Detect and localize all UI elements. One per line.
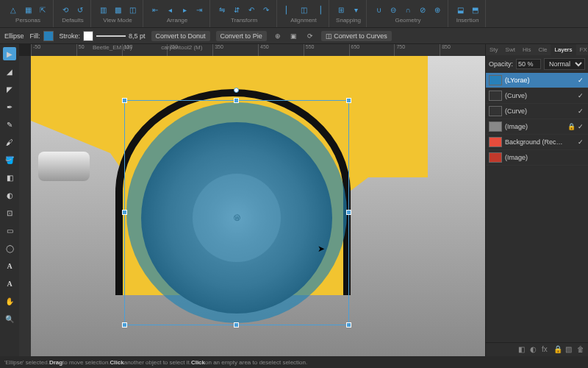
- adjustment-icon[interactable]: ◐: [530, 345, 539, 354]
- stroke-swatch[interactable]: [83, 31, 93, 41]
- document-tab[interactable]: carpentool2 (M): [161, 44, 202, 51]
- sync-defaults-icon[interactable]: ⟲: [60, 4, 71, 15]
- resize-handle-br[interactable]: [346, 322, 351, 328]
- rotate-cw-icon[interactable]: ↷: [260, 4, 272, 15]
- gradient-tool[interactable]: ◧: [3, 171, 16, 184]
- stroke-width-value[interactable]: 8,5 pt: [129, 32, 146, 40]
- flip-v-icon[interactable]: ⇵: [231, 4, 243, 15]
- resize-handle-tc[interactable]: [234, 98, 239, 103]
- layer-row[interactable]: Background (Rectangle)✓: [486, 135, 588, 150]
- outline-view-icon[interactable]: ◫: [126, 4, 138, 15]
- transparency-tool[interactable]: ◐: [3, 188, 16, 202]
- pan-tool[interactable]: ✋: [3, 294, 16, 308]
- panel-tab-cle[interactable]: Cle: [534, 44, 551, 55]
- crop-tool[interactable]: ⊡: [3, 206, 16, 219]
- align-right-icon[interactable]: ▕: [312, 4, 324, 15]
- forward-one-icon[interactable]: ▸: [179, 4, 190, 15]
- align-left-icon[interactable]: ▏: [283, 4, 295, 15]
- align-center-icon[interactable]: ⊕: [273, 31, 283, 41]
- layer-visibility-toggle[interactable]: ✓: [578, 138, 585, 146]
- main-toolbar: △▦⇱Personas⟲↺Defaults▥▩◫View Mode⇤◂▸⇥Arr…: [0, 0, 588, 28]
- combine-icon[interactable]: ⊕: [431, 4, 443, 15]
- blend-mode-select[interactable]: Normal: [544, 58, 585, 70]
- toolbar-group-defaults: ⟲↺Defaults: [55, 0, 91, 27]
- flip-h-icon[interactable]: ⇋: [216, 4, 228, 15]
- reset-box-icon[interactable]: ▣: [289, 31, 299, 41]
- resize-handle-bc[interactable]: [234, 322, 239, 328]
- convert-curves-button[interactable]: ◫ Convert to Curves: [321, 31, 392, 41]
- insert-inside-icon[interactable]: ⬓: [454, 4, 466, 15]
- back-one-icon[interactable]: ◂: [164, 4, 176, 15]
- layer-lock-icon[interactable]: 🔒: [567, 123, 575, 130]
- fx-icon[interactable]: fx: [542, 345, 551, 354]
- document-tab[interactable]: Beetle_EM (M): [93, 44, 132, 51]
- selection-bounds[interactable]: [124, 100, 349, 325]
- stroke-preview[interactable]: [96, 35, 126, 37]
- panel-tab-fx[interactable]: FX: [576, 44, 589, 55]
- corner-tool[interactable]: ◤: [3, 82, 16, 96]
- panel-tab-his[interactable]: His: [519, 44, 535, 55]
- subtract-icon[interactable]: ⊖: [387, 4, 399, 15]
- resize-handle-tr[interactable]: [346, 98, 351, 103]
- shape-label: Ellipse: [4, 32, 24, 40]
- panel-tab-sty[interactable]: Sty: [486, 44, 502, 55]
- layer-row[interactable]: (LYorae)✓: [486, 73, 588, 88]
- rotation-handle[interactable]: [234, 88, 239, 93]
- add-layer-icon[interactable]: ▧: [565, 345, 574, 354]
- zoom-tool[interactable]: 🔍: [3, 312, 16, 325]
- pen-tool[interactable]: ✒: [3, 100, 16, 113]
- resize-handle-mr[interactable]: [346, 210, 351, 215]
- canvas[interactable]: Ⓦ ➤: [31, 56, 485, 356]
- canvas-area[interactable]: Beetle_EM (M) carpentool2 (M) -505015025…: [19, 44, 485, 356]
- align-center-icon[interactable]: ◫: [298, 4, 309, 15]
- artistic-text-tool[interactable]: A: [3, 277, 16, 290]
- add-icon[interactable]: ∪: [373, 4, 384, 15]
- opacity-input[interactable]: [516, 59, 541, 69]
- convert-pie-button[interactable]: Convert to Pie: [216, 31, 267, 41]
- pencil-tool[interactable]: ✎: [3, 118, 16, 131]
- shapes-tool[interactable]: ▭: [3, 224, 16, 237]
- divide-icon[interactable]: ⊘: [417, 4, 429, 15]
- lock-icon[interactable]: 🔒: [553, 345, 562, 354]
- vector-persona-icon[interactable]: △: [7, 4, 19, 15]
- layer-row[interactable]: (Image)🔒✓: [486, 119, 588, 135]
- resize-handle-tl[interactable]: [122, 98, 127, 103]
- move-front-icon[interactable]: ⇥: [193, 4, 205, 15]
- layer-visibility-toggle[interactable]: ✓: [578, 77, 585, 84]
- insert-behind-icon[interactable]: ⬒: [469, 4, 481, 15]
- layer-row[interactable]: (Curve)✓: [486, 104, 588, 119]
- move-tool[interactable]: ▶: [3, 47, 16, 60]
- resize-handle-bl[interactable]: [122, 322, 127, 328]
- fill-swatch[interactable]: [43, 31, 54, 41]
- panel-tab-swt[interactable]: Swt: [502, 44, 519, 55]
- fill-control[interactable]: Fill:: [30, 31, 54, 41]
- toolbar-group-geometry: ∪⊖∩⊘⊕Geometry: [368, 0, 448, 27]
- export-persona-icon[interactable]: ⇱: [37, 4, 49, 15]
- convert-donut-button[interactable]: Convert to Donut: [151, 31, 210, 41]
- layer-row[interactable]: (Image): [486, 150, 588, 166]
- resize-handle-ml[interactable]: [122, 210, 127, 215]
- text-tool[interactable]: A: [3, 259, 16, 272]
- delete-layer-icon[interactable]: 🗑: [577, 345, 586, 354]
- layer-visibility-toggle[interactable]: ✓: [578, 107, 585, 115]
- revert-defaults-icon[interactable]: ↺: [74, 4, 86, 15]
- fill-tool[interactable]: 🪣: [3, 153, 16, 166]
- intersect-icon[interactable]: ∩: [402, 4, 414, 15]
- stroke-control[interactable]: Stroke: 8,5 pt: [60, 31, 146, 41]
- retina-view-icon[interactable]: ▩: [112, 4, 123, 15]
- rotate-ccw-icon[interactable]: ↶: [245, 4, 257, 15]
- panel-tab-layers[interactable]: Layers: [551, 44, 576, 55]
- layer-row[interactable]: (Curve)✓: [486, 88, 588, 104]
- layer-visibility-toggle[interactable]: ✓: [578, 92, 585, 99]
- pixel-persona-icon[interactable]: ▦: [22, 4, 34, 15]
- node-tool[interactable]: ◢: [3, 65, 16, 78]
- snap-options-icon[interactable]: ▾: [350, 4, 362, 15]
- brush-tool[interactable]: 🖌: [3, 135, 16, 149]
- move-back-icon[interactable]: ⇤: [149, 4, 161, 15]
- ellipse-tool[interactable]: ◯: [3, 241, 16, 255]
- pixel-view-icon[interactable]: ▥: [97, 4, 109, 15]
- snapping-toggle-icon[interactable]: ⊞: [335, 4, 347, 15]
- layer-visibility-toggle[interactable]: ✓: [578, 123, 585, 130]
- cycle-box-icon[interactable]: ⟳: [305, 31, 315, 41]
- mask-layer-icon[interactable]: ◧: [518, 345, 527, 354]
